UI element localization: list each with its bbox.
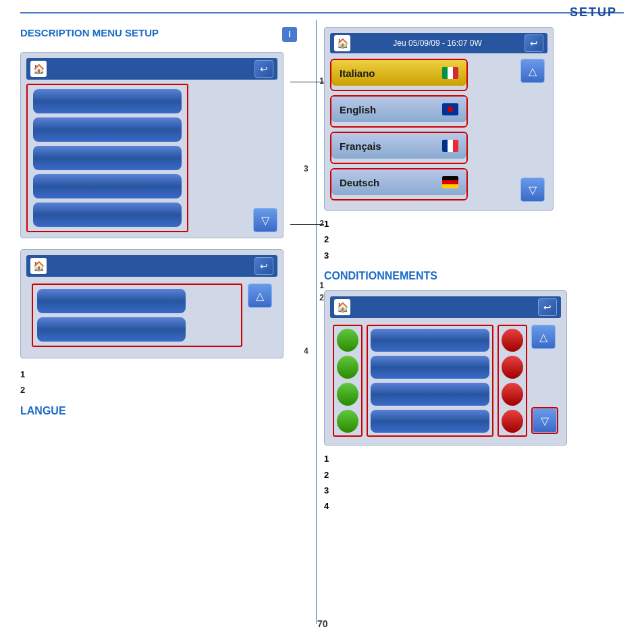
- conditionnements-section: CONDITIONNEMENTS: [324, 270, 628, 282]
- panel2-menu-btn-2[interactable]: [37, 317, 186, 342]
- conditionnements-title: CONDITIONNEMENTS: [324, 270, 628, 282]
- lang-header-text: Jeu 05/09/09 - 16:07 0W: [393, 38, 481, 48]
- english-label: English: [340, 104, 376, 115]
- annot-2-label: 2: [319, 219, 324, 228]
- lang-scroll-col: △ ▽: [520, 59, 547, 205]
- annot-1-label: 1: [319, 76, 324, 86]
- red-btn-2[interactable]: [502, 356, 523, 379]
- red-btn-4[interactable]: [502, 410, 523, 433]
- menu-btn-3[interactable]: [33, 146, 182, 170]
- english-box: English: [330, 95, 468, 128]
- menu-btn-1[interactable]: [33, 89, 182, 113]
- lang-label-2: 2: [324, 232, 628, 247]
- menu-items-area: [33, 89, 182, 227]
- label-1: 1: [20, 367, 304, 382]
- green-btn-1[interactable]: [337, 329, 358, 352]
- cond-panel: 🏠 ↩: [324, 290, 567, 446]
- annotation-2: 2: [290, 224, 324, 225]
- english-btn[interactable]: English: [331, 97, 466, 122]
- cond-back-icon[interactable]: ↩: [538, 298, 557, 316]
- cond-scroll-down[interactable]: ▽: [533, 408, 557, 433]
- menu-panel-1: 🏠 ↩ ▽: [20, 52, 284, 238]
- lang-back-icon[interactable]: ↩: [525, 34, 543, 52]
- panel2-menu-btn-1[interactable]: [37, 289, 186, 313]
- description-menu-title: DESCRIPTION MENU SETUP: [20, 27, 304, 38]
- italiano-label: Italiano: [340, 68, 375, 79]
- cond-home-icon[interactable]: 🏠: [334, 299, 350, 315]
- panel2-menu-items: [37, 289, 237, 342]
- home-icon[interactable]: 🏠: [30, 61, 47, 77]
- scroll-down-btn-1[interactable]: ▽: [253, 208, 277, 232]
- lang-list: Italiano English Franç: [330, 59, 515, 205]
- menu-btn-5[interactable]: [33, 203, 182, 227]
- lang-label-3: 3: [324, 248, 628, 263]
- francais-box: Français: [330, 132, 468, 164]
- lang-panel-header: 🏠 Jeu 05/09/09 - 16:07 0W ↩: [330, 33, 547, 53]
- cond-menu-btn-4[interactable]: [371, 410, 489, 433]
- page-title: SETUP: [570, 5, 617, 20]
- green-btn-3[interactable]: [337, 383, 358, 406]
- lang-list-area: Italiano English Franç: [330, 59, 547, 205]
- language-panel: 🏠 Jeu 05/09/09 - 16:07 0W ↩ Italiano: [324, 27, 554, 211]
- panel2-annot-1: 1: [319, 279, 324, 291]
- flag-it: [442, 67, 458, 79]
- language-panel-container: 🏠 Jeu 05/09/09 - 16:07 0W ↩ Italiano: [324, 27, 628, 211]
- label-2: 2: [20, 382, 304, 398]
- panel1-container: 🏠 ↩ ▽ 1 2: [20, 52, 304, 238]
- panel2-annot-1-label: 1: [319, 281, 324, 290]
- flag-gb: [442, 103, 458, 115]
- page-number: 70: [317, 618, 328, 629]
- red-btn-1[interactable]: [502, 329, 523, 352]
- italiano-btn[interactable]: Italiano: [331, 60, 466, 86]
- lang-scroll-up[interactable]: △: [520, 59, 545, 83]
- panel1-header: 🏠 ↩: [26, 58, 277, 80]
- right-column: 🏠 Jeu 05/09/09 - 16:07 0W ↩ Italiano: [324, 27, 628, 514]
- cond-menu-btn-1[interactable]: [371, 329, 489, 352]
- back-icon-2[interactable]: ↩: [254, 257, 273, 275]
- cond-bottom-labels: 1 2 3 4: [324, 451, 628, 514]
- cond-annot-4: 4: [304, 344, 308, 356]
- cond-panel-header: 🏠 ↩: [330, 296, 561, 318]
- flag-de: [442, 176, 458, 188]
- green-btn-2[interactable]: [337, 356, 358, 379]
- lang-home-icon[interactable]: 🏠: [334, 35, 350, 51]
- left-column: DESCRIPTION MENU SETUP i 🏠 ↩ ▽: [20, 27, 304, 425]
- cond-menu-btn-2[interactable]: [371, 356, 489, 379]
- menu-items-redbox: [26, 84, 188, 232]
- scroll-up-btn-2[interactable]: △: [248, 284, 272, 308]
- deutsch-label: Deutsch: [340, 177, 379, 188]
- column-divider: [316, 20, 317, 624]
- deutsch-box: Deutsch: [330, 168, 468, 200]
- panel2-annot-2-label: 2: [319, 293, 324, 302]
- langue-section: LANGUE: [20, 405, 304, 417]
- panel2-annot-2: 2: [319, 291, 324, 303]
- menu-btn-4[interactable]: [33, 174, 182, 198]
- cond-panel-container: 🏠 ↩: [324, 290, 628, 446]
- cond-annot-4-label: 4: [304, 346, 308, 356]
- green-btns-box: [333, 325, 363, 437]
- red-btns-box: [498, 325, 527, 437]
- lang-label-1: 1: [324, 216, 628, 232]
- info-icon[interactable]: i: [282, 27, 297, 42]
- cond-content: △ ▽: [330, 322, 561, 439]
- header-divider: [20, 12, 624, 14]
- francais-label: Français: [340, 140, 381, 152]
- langue-title: LANGUE: [20, 405, 304, 417]
- lang-annot-3-label: 3: [304, 164, 308, 173]
- cond-scroll-up[interactable]: △: [531, 325, 556, 349]
- francais-btn[interactable]: Français: [331, 133, 466, 159]
- red-btn-3[interactable]: [502, 383, 523, 406]
- cond-scroll-col: △ ▽: [531, 325, 558, 437]
- deutsch-btn[interactable]: Deutsch: [331, 169, 466, 195]
- home-icon-2[interactable]: 🏠: [30, 258, 47, 274]
- cond-menu-btn-3[interactable]: [371, 383, 489, 406]
- back-icon[interactable]: ↩: [254, 60, 273, 78]
- panel2-container: 🏠 ↩ △ 1 2: [20, 249, 304, 358]
- cond-label-2: 2: [324, 467, 628, 483]
- lang-scroll-down[interactable]: ▽: [520, 178, 545, 202]
- lang-annot-3: 3: [304, 162, 308, 174]
- green-btn-4[interactable]: [337, 410, 358, 433]
- menu-btn-2[interactable]: [33, 117, 182, 142]
- bottom-labels-left: 1 2: [20, 367, 304, 398]
- panel2-redbox: [32, 284, 242, 347]
